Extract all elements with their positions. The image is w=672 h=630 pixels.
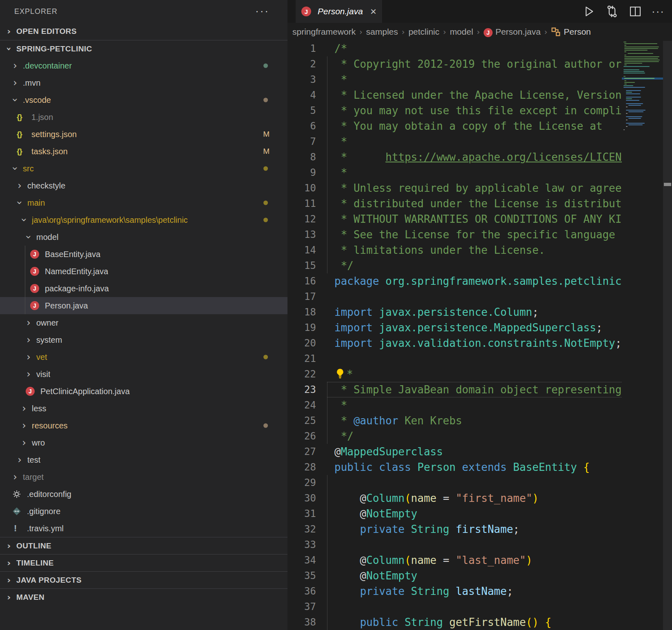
section-header-outline[interactable]: ›OUTLINE (0, 537, 287, 554)
code-line[interactable]: 29 (287, 475, 622, 490)
code-line[interactable]: 13 * See the License for the specific la… (287, 227, 622, 242)
code-line[interactable]: 31 @NotEmpty (287, 506, 622, 521)
line-number[interactable]: 17 (287, 289, 316, 304)
tree-item-resources[interactable]: ›resources (0, 417, 287, 434)
tree-item-owner[interactable]: ›owner (0, 314, 287, 331)
overview-ruler-scrollbar[interactable] (663, 41, 672, 630)
tree-item-person-java[interactable]: JPerson.java (0, 297, 287, 314)
line-number[interactable]: 26 (287, 428, 316, 444)
code-line[interactable]: 15 */ (287, 258, 622, 273)
code-line[interactable]: 23 * Simple JavaBean domain object repre… (287, 382, 622, 397)
line-number[interactable]: 18 (287, 304, 316, 320)
line-number[interactable]: 28 (287, 459, 316, 475)
open-changes-icon[interactable] (605, 4, 619, 18)
breadcrumb-item-springframework[interactable]: springframework (292, 27, 356, 37)
breadcrumb-item-person[interactable]: Person (551, 27, 591, 37)
more-actions-icon[interactable]: ··· (652, 5, 665, 18)
code-line[interactable]: 24 * (287, 397, 622, 413)
line-number[interactable]: 23 (287, 382, 316, 397)
code-line[interactable]: 36 private String lastName; (287, 583, 622, 599)
close-icon[interactable]: × (370, 6, 376, 17)
code-line[interactable]: 8 * https://www.apache.org/licenses/LICE… (287, 149, 622, 165)
code-line[interactable]: 21 (287, 351, 622, 366)
tree-item-baseentity-java[interactable]: JBaseEntity.java (0, 246, 287, 263)
line-number[interactable]: 30 (287, 490, 316, 506)
line-number[interactable]: 35 (287, 568, 316, 583)
tree-item-checkstyle[interactable]: ›checkstyle (0, 177, 287, 194)
line-number[interactable]: 27 (287, 444, 316, 459)
line-number[interactable]: 6 (287, 118, 316, 134)
line-number[interactable]: 12 (287, 211, 316, 227)
code-line[interactable]: 18import javax.persistence.Column; (287, 304, 622, 320)
tab-person-java[interactable]: J Person.java × (296, 0, 382, 23)
code-line[interactable]: 37 (287, 599, 622, 614)
code-line[interactable]: 12 * WITHOUT WARRANTIES OR CONDITIONS OF… (287, 211, 622, 227)
code-line[interactable]: 35 @NotEmpty (287, 568, 622, 583)
tree-item-vet[interactable]: ›vet (0, 348, 287, 366)
section-header-maven[interactable]: ›MAVEN (0, 588, 287, 606)
tree-item-gitignore[interactable]: .gitignore (0, 503, 287, 520)
tree-item-test[interactable]: ›test (0, 451, 287, 468)
sidebar-more-actions-icon[interactable]: ··· (255, 5, 270, 18)
code-line[interactable]: 19import javax.persistence.MappedSupercl… (287, 320, 622, 335)
code-line[interactable]: 20import javax.validation.constraints.No… (287, 335, 622, 351)
section-header-spring-petclinic[interactable]: ›SPRING-PETCLINIC (0, 40, 287, 57)
line-number[interactable]: 21 (287, 351, 316, 366)
code-line[interactable]: 17 (287, 289, 622, 304)
tree-item-main[interactable]: ›main (0, 194, 287, 211)
code-line[interactable]: 27@MappedSuperclass (287, 444, 622, 459)
code-line[interactable]: 28public class Person extends BaseEntity… (287, 459, 622, 475)
line-number[interactable]: 7 (287, 134, 316, 149)
line-number[interactable]: 37 (287, 599, 316, 614)
line-number[interactable]: 20 (287, 335, 316, 351)
split-editor-icon[interactable] (629, 5, 642, 18)
section-header-java-projects[interactable]: ›JAVA PROJECTS (0, 571, 287, 588)
tree-item-visit[interactable]: ›visit (0, 366, 287, 383)
line-number[interactable]: 22 (287, 366, 316, 382)
line-number[interactable]: 5 (287, 103, 316, 118)
tree-item-java-org-springframework-samples-petclinic[interactable]: ›java\org\springframework\samples\petcli… (0, 211, 287, 228)
line-number[interactable]: 9 (287, 165, 316, 180)
tree-item-petclinicapplication-java[interactable]: JPetClinicApplication.java (0, 383, 287, 400)
tree-item-tasks-json[interactable]: {}tasks.jsonM (0, 143, 287, 160)
breadcrumb-item-samples[interactable]: samples (366, 27, 398, 37)
code-line[interactable]: 32 private String firstName; (287, 521, 622, 537)
code-line[interactable]: 26 */ (287, 428, 622, 444)
line-number[interactable]: 31 (287, 506, 316, 521)
line-number[interactable]: 29 (287, 475, 316, 490)
tree-item-package-info-java[interactable]: Jpackage-info.java (0, 280, 287, 297)
line-number[interactable]: 1 (287, 41, 316, 56)
breadcrumb-item-petclinic[interactable]: petclinic (409, 27, 440, 37)
code-line[interactable]: 5 * you may not use this file except in … (287, 103, 622, 118)
tree-item-travis-yml[interactable]: !.travis.yml (0, 520, 287, 537)
line-number[interactable]: 8 (287, 149, 316, 165)
code-line[interactable]: 4 * Licensed under the Apache License, V… (287, 87, 622, 103)
tree-item-namedentity-java[interactable]: JNamedEntity.java (0, 263, 287, 280)
tree-item-editorconfig[interactable]: .editorconfig (0, 486, 287, 503)
tree-item-wro[interactable]: ›wro (0, 434, 287, 451)
line-number[interactable]: 16 (287, 273, 316, 289)
line-number[interactable]: 36 (287, 583, 316, 599)
code-line[interactable]: 7 * (287, 134, 622, 149)
tree-item-system[interactable]: ›system (0, 331, 287, 348)
tree-item-devcontainer[interactable]: ›.devcontainer (0, 57, 287, 74)
line-number[interactable]: 24 (287, 397, 316, 413)
minimap[interactable] (622, 41, 663, 630)
line-number[interactable]: 10 (287, 180, 316, 196)
tree-item-1-json[interactable]: {}1.json (0, 109, 287, 126)
code-line[interactable]: 3 * (287, 72, 622, 87)
code-line[interactable]: 16package org.springframework.samples.pe… (287, 273, 622, 289)
code-line[interactable]: 14 * limitations under the License. (287, 242, 622, 258)
section-header-open-editors[interactable]: ›OPEN EDITORS (0, 23, 287, 40)
code-line[interactable]: 25 * @author Ken Krebs (287, 413, 622, 428)
line-number[interactable]: 11 (287, 196, 316, 211)
code-line[interactable]: 33 (287, 537, 622, 552)
code-line[interactable]: 1/* (287, 41, 622, 56)
line-number[interactable]: 34 (287, 552, 316, 568)
code-line[interactable]: 38 public String getFirstName() { (287, 614, 622, 630)
code-line[interactable]: 2 * Copyright 2012-2019 the original aut… (287, 56, 622, 72)
line-number[interactable]: 33 (287, 537, 316, 552)
tree-item-src[interactable]: ›src (0, 160, 287, 177)
line-number[interactable]: 14 (287, 242, 316, 258)
tree-item-vscode[interactable]: ›.vscode (0, 91, 287, 109)
